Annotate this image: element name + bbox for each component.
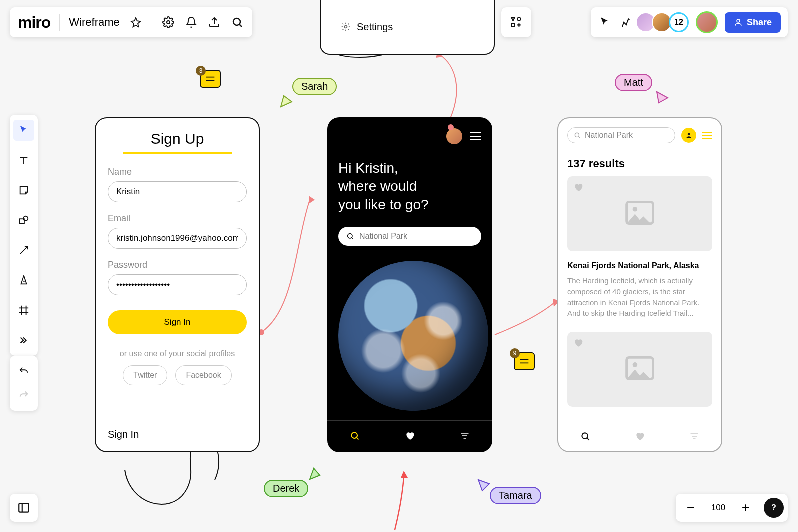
cursor-icon xyxy=(478,479,490,492)
svg-point-5 xyxy=(167,21,170,24)
divider xyxy=(60,14,60,31)
share-label: Share xyxy=(747,18,772,28)
search-icon[interactable] xyxy=(230,16,244,30)
svg-marker-2 xyxy=(309,196,315,204)
svg-point-26 xyxy=(582,433,588,439)
earth-image xyxy=(338,261,488,411)
search-input[interactable] xyxy=(338,227,482,246)
star-icon[interactable] xyxy=(129,16,143,30)
bell-icon[interactable] xyxy=(184,16,198,30)
zoom-value[interactable]: 100 xyxy=(706,503,731,513)
note-count-badge: 9 xyxy=(510,348,520,358)
bottom-nav xyxy=(328,420,492,452)
bottom-nav xyxy=(558,424,722,452)
result-image-placeholder[interactable] xyxy=(568,332,712,407)
menu-icon[interactable] xyxy=(470,132,482,140)
connector-dot xyxy=(448,124,454,131)
help-button[interactable]: ? xyxy=(764,498,784,518)
results-count: 137 results xyxy=(568,158,712,170)
wireframe-results[interactable]: National Park 137 results Kenai Fjords N… xyxy=(558,118,722,452)
cursor-pill-derek: Derek xyxy=(264,480,308,498)
name-field[interactable] xyxy=(108,182,247,202)
nav-filter-icon[interactable] xyxy=(690,432,700,444)
password-label: Password xyxy=(108,260,247,270)
svg-point-7 xyxy=(518,18,521,21)
email-field[interactable] xyxy=(108,228,247,249)
nav-heart-icon[interactable] xyxy=(405,431,415,443)
comment-note[interactable]: 9 xyxy=(514,352,535,370)
svg-point-18 xyxy=(352,432,358,438)
result-body: The Harding Icefield, which is actually … xyxy=(568,276,712,319)
board-name[interactable]: Wireframe xyxy=(69,16,120,29)
cursor-pill-sarah: Sarah xyxy=(292,78,337,96)
wireframe-home[interactable]: Hi Kristin, where would you like to go? xyxy=(328,118,492,452)
nav-search-icon[interactable] xyxy=(350,431,360,443)
comment-note[interactable]: 3 xyxy=(200,70,221,88)
search-value: National Park xyxy=(585,131,633,140)
svg-marker-4 xyxy=(401,471,408,478)
app-logo: miro xyxy=(18,14,50,32)
facebook-button[interactable]: Facebook xyxy=(176,366,232,386)
email-label: Email xyxy=(108,214,247,224)
menu-icon[interactable] xyxy=(702,132,712,139)
svg-rect-8 xyxy=(512,24,515,26)
top-right-panel: 12 Share xyxy=(591,8,788,38)
name-label: Name xyxy=(108,167,247,178)
left-toolbar xyxy=(10,115,38,356)
divider xyxy=(152,14,152,31)
frame-tool[interactable] xyxy=(14,300,34,321)
heart-icon[interactable] xyxy=(574,338,584,350)
signup-title: Sign Up xyxy=(108,130,247,148)
result-title[interactable]: Kenai Fjords National Park, Alaska xyxy=(568,262,712,270)
top-left-panel: miro Wireframe xyxy=(10,8,252,38)
svg-point-17 xyxy=(348,234,352,238)
heart-icon[interactable] xyxy=(574,182,584,194)
search-field[interactable] xyxy=(360,232,474,241)
cursor-icon xyxy=(280,95,293,108)
participant-count[interactable]: 12 xyxy=(669,12,689,32)
svg-point-19 xyxy=(448,124,454,130)
arrow-tool[interactable] xyxy=(14,240,34,261)
select-tool[interactable] xyxy=(14,120,34,141)
svg-point-12 xyxy=(24,216,28,221)
apps-button[interactable] xyxy=(502,8,532,38)
cursor-presence-icon[interactable] xyxy=(598,16,612,30)
nav-search-icon[interactable] xyxy=(580,432,590,444)
sticky-tool[interactable] xyxy=(14,180,34,201)
wireframe-signup[interactable]: Sign Up Name Email Password Sign In or u… xyxy=(95,118,260,452)
text-tool[interactable] xyxy=(14,150,34,171)
cursor-icon xyxy=(309,468,322,480)
submit-button[interactable]: Sign In xyxy=(108,310,247,334)
twitter-button[interactable]: Twitter xyxy=(123,366,168,386)
host-avatar[interactable] xyxy=(696,12,718,34)
user-icon[interactable] xyxy=(682,128,696,143)
nav-heart-icon[interactable] xyxy=(635,432,645,444)
more-tools[interactable] xyxy=(14,330,34,351)
image-icon xyxy=(625,356,655,382)
search-input[interactable]: National Park xyxy=(568,128,676,144)
share-button[interactable]: Share xyxy=(725,12,781,33)
participant-avatars[interactable]: 12 xyxy=(640,12,689,32)
redo-button[interactable] xyxy=(14,385,34,406)
svg-rect-27 xyxy=(19,504,29,512)
svg-point-23 xyxy=(633,207,638,212)
reactions-icon[interactable] xyxy=(619,16,633,30)
shape-tool[interactable] xyxy=(14,210,34,231)
upload-icon[interactable] xyxy=(208,16,222,30)
zoom-in-button[interactable]: + xyxy=(735,497,757,519)
svg-marker-14 xyxy=(657,92,668,103)
svg-point-21 xyxy=(688,133,690,136)
image-icon xyxy=(625,201,655,227)
undo-button[interactable] xyxy=(14,361,34,382)
nav-filter-icon[interactable] xyxy=(460,431,470,443)
result-image-placeholder[interactable] xyxy=(568,176,712,252)
settings-frame[interactable]: Settings xyxy=(320,0,495,55)
settings-gear-icon[interactable] xyxy=(162,16,176,30)
hide-panels-button[interactable] xyxy=(10,494,38,522)
cursor-pill-tamara: Tamara xyxy=(490,487,542,504)
signin-link[interactable]: Sign In xyxy=(108,429,139,440)
svg-marker-13 xyxy=(281,96,292,107)
pen-tool[interactable] xyxy=(14,270,34,291)
zoom-out-button[interactable]: − xyxy=(680,497,702,519)
password-field[interactable] xyxy=(108,274,247,296)
